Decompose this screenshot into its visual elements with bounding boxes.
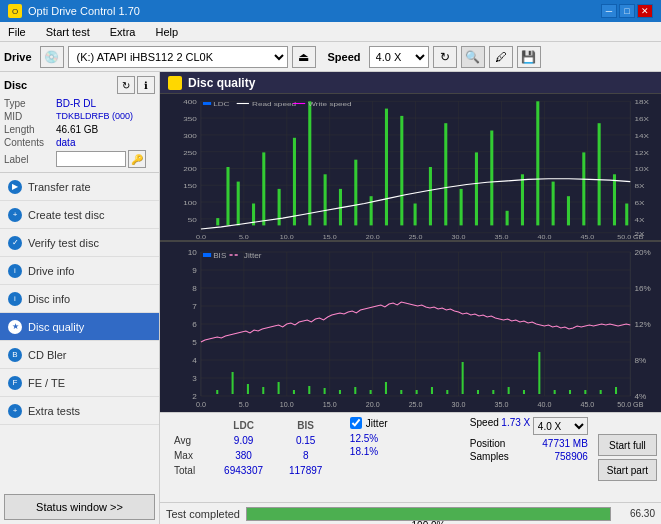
svg-text:4X: 4X [634, 217, 644, 224]
svg-text:6X: 6X [634, 200, 644, 207]
nav-fe-te[interactable]: F FE / TE [0, 369, 159, 397]
svg-text:45.0: 45.0 [580, 234, 595, 240]
svg-rect-121 [462, 362, 464, 394]
nav-disc-quality[interactable]: ★ Disc quality [0, 313, 159, 341]
nav-disc-info[interactable]: i Disc info [0, 285, 159, 313]
nav-disc-info-label: Disc info [28, 293, 70, 305]
speed-label-txt: Speed [470, 417, 499, 435]
cd-bler-icon: B [8, 348, 22, 362]
progress-bar: 100.0% [246, 507, 611, 521]
svg-text:30.0: 30.0 [452, 401, 466, 408]
svg-text:40.0: 40.0 [537, 401, 551, 408]
svg-text:5: 5 [192, 338, 197, 347]
stats-max-label: Max [170, 449, 210, 462]
left-panel: Disc ↻ ℹ Type BD-R DL MID TDKBLDRFB (000… [0, 72, 160, 524]
nav-create-test-disc[interactable]: + Create test disc [0, 201, 159, 229]
nav-drive-info[interactable]: i Drive info [0, 257, 159, 285]
close-button[interactable]: ✕ [637, 4, 653, 18]
svg-text:Jitter: Jitter [244, 251, 262, 260]
disc-info-icon[interactable]: ℹ [137, 76, 155, 94]
bottom-chart: 10 9 8 7 6 5 4 3 2 20% 16% 12% 8% 4% [160, 242, 661, 412]
title-bar-left: O Opti Drive Control 1.70 [8, 4, 140, 18]
disc-refresh-icon[interactable]: ↻ [117, 76, 135, 94]
svg-rect-22 [226, 167, 229, 225]
menu-file[interactable]: File [4, 24, 30, 40]
menu-extra[interactable]: Extra [106, 24, 140, 40]
disc-type-row: Type BD-R DL [4, 98, 155, 109]
svg-text:2: 2 [192, 392, 197, 401]
transfer-rate-icon: ▶ [8, 180, 22, 194]
burn-button[interactable]: 🖊 [489, 46, 513, 68]
svg-text:10.0: 10.0 [280, 234, 295, 240]
maximize-button[interactable]: □ [619, 4, 635, 18]
nav-cd-bler[interactable]: B CD Bler [0, 341, 159, 369]
svg-text:50.0 GB: 50.0 GB [617, 401, 643, 408]
speed-label: Speed [328, 51, 361, 63]
disc-label-btn[interactable]: 🔑 [128, 150, 146, 168]
progress-bar-fill [247, 508, 610, 520]
start-full-button[interactable]: Start full [598, 434, 657, 456]
svg-text:6: 6 [192, 320, 197, 329]
stats-max-row: Max 380 8 [170, 449, 334, 462]
nav-extra-tests[interactable]: + Extra tests [0, 397, 159, 425]
svg-rect-109 [278, 382, 280, 394]
bottom-chart-svg: 10 9 8 7 6 5 4 3 2 20% 16% 12% 8% 4% [160, 242, 661, 412]
speed-select-sm[interactable]: 4.0 X [533, 417, 588, 435]
scan-button[interactable]: 🔍 [461, 46, 485, 68]
svg-rect-110 [293, 390, 295, 394]
svg-rect-116 [385, 382, 387, 394]
samples-label: Samples [470, 451, 509, 462]
minimize-button[interactable]: ─ [601, 4, 617, 18]
svg-rect-117 [400, 390, 402, 394]
svg-text:12X: 12X [634, 150, 649, 157]
svg-rect-118 [416, 390, 418, 394]
refresh-button[interactable]: ↻ [433, 46, 457, 68]
svg-text:16%: 16% [634, 284, 650, 293]
menu-help[interactable]: Help [151, 24, 182, 40]
start-part-button[interactable]: Start part [598, 459, 657, 481]
svg-rect-129 [584, 390, 586, 394]
stats-col-ldc: LDC [212, 419, 276, 432]
drive-icon-btn[interactable]: 💿 [40, 46, 64, 68]
title-bar-controls[interactable]: ─ □ ✕ [601, 4, 653, 18]
app-title: Opti Drive Control 1.70 [28, 5, 140, 17]
nav-drive-info-label: Drive info [28, 265, 74, 277]
svg-rect-106 [232, 372, 234, 394]
svg-text:12%: 12% [634, 320, 650, 329]
svg-text:20.0: 20.0 [366, 234, 381, 240]
status-window-label: Status window >> [36, 501, 123, 513]
svg-text:15.0: 15.0 [323, 234, 338, 240]
disc-label-input[interactable] [56, 151, 126, 167]
eject-button[interactable]: ⏏ [292, 46, 316, 68]
svg-rect-35 [414, 204, 417, 226]
save-button[interactable]: 💾 [517, 46, 541, 68]
drive-info-icon: i [8, 264, 22, 278]
drive-toolbar: Drive 💿 (K:) ATAPI iHBS112 2 CL0K ⏏ Spee… [0, 42, 661, 72]
status-window-button[interactable]: Status window >> [4, 494, 155, 520]
nav-verify-test-disc[interactable]: ✓ Verify test disc [0, 229, 159, 257]
nav-transfer-rate[interactable]: ▶ Transfer rate [0, 173, 159, 201]
svg-text:BIS: BIS [213, 251, 227, 260]
menu-start-test[interactable]: Start test [42, 24, 94, 40]
disc-quality-title: Disc quality [188, 76, 255, 90]
disc-section: Disc ↻ ℹ Type BD-R DL MID TDKBLDRFB (000… [0, 72, 159, 173]
svg-rect-123 [492, 390, 494, 394]
drive-select[interactable]: (K:) ATAPI iHBS112 2 CL0K [68, 46, 288, 68]
svg-text:9: 9 [192, 266, 197, 275]
right-panel: Disc quality [160, 72, 661, 524]
svg-rect-78 [203, 102, 211, 105]
svg-rect-157 [203, 253, 211, 257]
svg-rect-41 [506, 211, 509, 226]
svg-rect-26 [278, 189, 281, 226]
svg-text:4: 4 [192, 356, 197, 365]
stats-avg-row: Avg 9.09 0.15 [170, 434, 334, 447]
svg-rect-84 [160, 242, 661, 412]
speed-select[interactable]: 4.0 X [369, 46, 429, 68]
jitter-checkbox[interactable] [350, 417, 362, 429]
jitter-label: Jitter [366, 418, 388, 429]
stats-table: LDC BIS Avg 9.09 0.15 Max 380 8 Total [168, 417, 336, 479]
svg-text:50.0 GB: 50.0 GB [617, 234, 643, 240]
progress-text: 100.0% [247, 520, 610, 525]
nav-create-test-disc-label: Create test disc [28, 209, 104, 221]
svg-rect-113 [339, 390, 341, 394]
